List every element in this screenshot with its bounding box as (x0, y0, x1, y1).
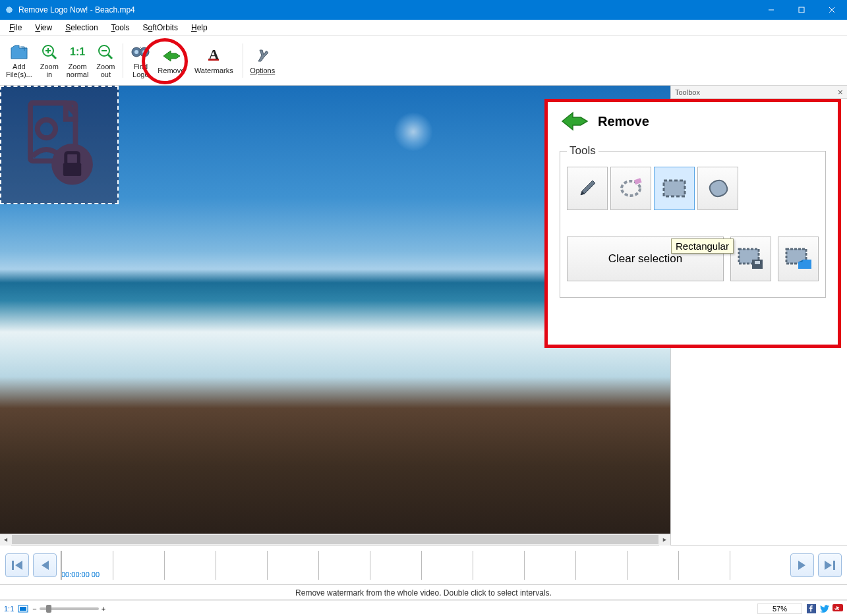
freehand-tool[interactable] (697, 167, 738, 210)
rectangular-tooltip: Rectangular (671, 238, 734, 254)
placeholder-icon (1, 87, 117, 203)
svg-line-9 (108, 55, 112, 59)
blob-icon (705, 177, 731, 200)
svg-line-5 (52, 55, 56, 59)
timeline-ruler[interactable]: 00:00:00 00 (61, 551, 786, 580)
remove-button[interactable]: Remove (154, 39, 188, 82)
watermarks-icon: A (204, 47, 223, 65)
svg-point-13 (134, 50, 138, 54)
options-button[interactable]: Options (247, 39, 278, 82)
svg-point-16 (38, 120, 55, 138)
app-icon (4, 5, 15, 15)
toolbar: AddFile(s)... Zoomin 1:1 Zoomnormal Zoom… (0, 36, 847, 86)
menu-tools[interactable]: Tools (105, 21, 136, 34)
toolbar-label: Zoomout (96, 63, 115, 78)
svg-rect-28 (833, 561, 835, 570)
svg-rect-25 (755, 261, 760, 264)
zoom-out-icon (96, 43, 115, 61)
horizontal-scrollbar[interactable]: ◄ ► (0, 534, 670, 545)
svg-rect-1 (799, 7, 804, 13)
toolbox-close-button[interactable]: × (838, 87, 843, 98)
zoom-plus[interactable]: + (102, 605, 105, 613)
svg-rect-22 (664, 181, 685, 196)
window-title: Remove Logo Now! - Beach.mp4 (18, 5, 756, 14)
options-icon (252, 47, 272, 65)
menu-bar: File View Selection Tools SoftOrbits Hel… (0, 20, 847, 36)
menu-view[interactable]: View (28, 21, 59, 34)
remove-arrow-icon (161, 47, 181, 65)
sun-flare (394, 112, 433, 152)
toolbar-label: Watermarks (194, 67, 233, 74)
svg-rect-30 (20, 607, 26, 611)
toolbar-separator (243, 43, 243, 78)
twitter-icon[interactable] (819, 604, 830, 613)
lasso-tool[interactable] (610, 167, 651, 210)
svg-rect-27 (12, 561, 14, 570)
hint-bar: Remove watermark from the whole video. D… (0, 584, 847, 600)
svg-rect-19 (63, 163, 81, 176)
zoom-slider[interactable]: − + (32, 605, 105, 613)
zoom-percent[interactable]: 57% (757, 603, 802, 614)
minimize-button[interactable] (756, 0, 786, 20)
rectangular-tool[interactable] (654, 167, 695, 210)
toolbar-separator (123, 43, 123, 78)
facebook-icon[interactable] (806, 604, 817, 613)
toolbar-label: Options (250, 67, 275, 74)
zoom-minus[interactable]: − (32, 605, 36, 613)
fit-icon[interactable] (18, 605, 28, 613)
scroll-thumb[interactable] (12, 535, 658, 544)
prev-button[interactable] (5, 553, 29, 577)
svg-text:You: You (834, 607, 840, 611)
close-button[interactable] (817, 0, 847, 20)
load-selection-button[interactable] (778, 237, 819, 281)
maximize-button[interactable] (786, 0, 817, 20)
menu-selection[interactable]: Selection (59, 21, 104, 34)
tools-group-label: Tools (567, 144, 599, 157)
svg-rect-21 (634, 178, 642, 184)
lasso-icon (618, 177, 644, 200)
toolbar-label: FindLogo (132, 63, 148, 78)
find-logo-button[interactable]: FindLogo (127, 39, 154, 82)
zoom-normal-icon: 1:1 (68, 43, 88, 61)
scroll-left-icon[interactable]: ◄ (0, 534, 11, 546)
pencil-icon (575, 177, 599, 200)
save-selection-button[interactable] (730, 237, 771, 281)
load-selection-icon (784, 246, 813, 271)
toolbox-header: Toolbox × (671, 86, 847, 99)
save-selection-icon (736, 246, 765, 271)
timeline: 00:00:00 00 (0, 545, 847, 584)
next-button[interactable] (818, 553, 842, 577)
social-icons: You (806, 604, 843, 613)
menu-help[interactable]: Help (185, 21, 214, 34)
svg-point-14 (142, 50, 146, 54)
toolbar-label: Zoomin (40, 63, 59, 78)
timecode: 00:00:00 00 (61, 571, 100, 578)
rectangle-select-icon (661, 178, 687, 199)
step-back-button[interactable] (33, 553, 57, 577)
remove-arrow-icon (560, 110, 589, 132)
watermarks-button[interactable]: A Watermarks (188, 39, 239, 82)
title-bar: Remove Logo Now! - Beach.mp4 (0, 0, 847, 20)
youtube-icon[interactable]: You (832, 604, 843, 613)
zoom-normal-button[interactable]: 1:1 Zoomnormal (63, 39, 92, 82)
zoom-out-button[interactable]: Zoomout (92, 39, 119, 82)
zoom-in-icon (40, 43, 59, 61)
zoom-in-button[interactable]: Zoomin (36, 39, 63, 82)
toolbar-label: Zoomnormal (67, 63, 89, 78)
menu-file[interactable]: File (3, 21, 28, 34)
toolbar-label: Remove (158, 67, 185, 74)
add-files-button[interactable]: AddFile(s)... (3, 39, 36, 82)
selection-rectangle[interactable] (0, 86, 119, 204)
toolbar-label: AddFile(s)... (6, 63, 32, 78)
menu-softorbits[interactable]: SoftOrbits (136, 21, 185, 34)
toolbox-title: Toolbox (675, 88, 700, 96)
step-forward-button[interactable] (790, 553, 814, 577)
add-files-icon (9, 43, 29, 61)
scroll-right-icon[interactable]: ► (659, 534, 670, 546)
toolbox-remove-title: Remove (598, 114, 649, 129)
zoom-ratio-label: 1:1 (4, 605, 14, 613)
find-logo-icon (131, 43, 150, 61)
pencil-tool[interactable] (567, 167, 608, 210)
status-bar: 1:1 − + 57% You (0, 600, 847, 616)
